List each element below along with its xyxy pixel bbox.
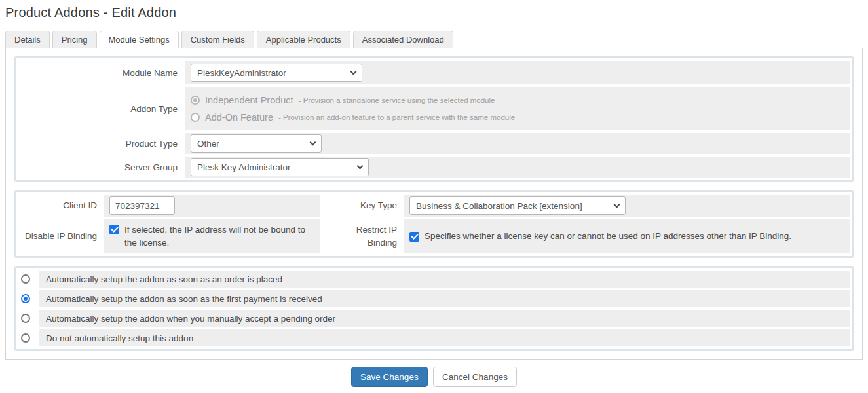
disable-ip-binding-checkbox[interactable]	[109, 225, 119, 234]
setup-option-manual-accept[interactable]: Automatically setup the addon when you m…	[18, 310, 850, 327]
module-config-box: Module Name PleskKeyAdministrator Addon …	[14, 56, 854, 182]
addon-type-option-independent[interactable]: Independent Product - Provision a standa…	[191, 92, 844, 109]
tab-bar: Details Pricing Module Settings Custom F…	[5, 31, 863, 48]
setup-option-order-placed[interactable]: Automatically setup the addon as soon as…	[18, 271, 850, 288]
radio-button-icon[interactable]	[21, 294, 30, 303]
disable-ip-binding-row: Disable IP Binding If selected, the IP a…	[18, 219, 320, 253]
radio-button-icon[interactable]	[21, 314, 30, 323]
save-changes-button[interactable]: Save Changes	[351, 367, 428, 387]
setup-option-first-payment[interactable]: Automatically setup the addon as soon as…	[18, 290, 850, 307]
server-group-value: Plesk Key Administrator	[197, 162, 291, 172]
product-type-value: Other	[197, 139, 219, 149]
chevron-down-icon	[350, 68, 357, 75]
tab-module-settings[interactable]: Module Settings	[100, 31, 179, 48]
key-type-row: Key Type Business & Collaboration Pack […	[326, 195, 850, 217]
restrict-ip-binding-checkbox[interactable]	[409, 232, 419, 242]
setup-option-label: Do not automatically setup this addon	[39, 329, 850, 346]
setup-option-label: Automatically setup the addon when you m…	[39, 310, 850, 327]
setup-option-label: Automatically setup the addon as soon as…	[39, 271, 850, 288]
restrict-ip-binding-row: Restrict IP Binding Specifies whether a …	[326, 219, 850, 253]
radio-button-icon[interactable]	[191, 113, 200, 122]
page-title: Product Addons - Edit Addon	[5, 5, 863, 20]
addon-type-option-addon-feature[interactable]: Add-On Feature - Provision an add-on fea…	[191, 109, 844, 126]
key-type-select[interactable]: Business & Collaboration Pack [extension…	[409, 196, 626, 215]
radio-button-icon[interactable]	[21, 274, 30, 284]
module-settings-panel: Module Name PleskKeyAdministrator Addon …	[5, 48, 863, 360]
server-group-label: Server Group	[18, 157, 185, 178]
product-type-select[interactable]: Other	[191, 134, 322, 153]
client-id-input[interactable]	[109, 196, 175, 215]
radio-button-icon[interactable]	[191, 96, 200, 105]
addon-type-option-title: Add-On Feature	[205, 112, 273, 122]
addon-type-label: Addon Type	[18, 87, 185, 130]
addon-type-option-description: - Provision a standalone service using t…	[299, 96, 495, 104]
auto-setup-options-box: Automatically setup the addon as soon as…	[14, 266, 854, 351]
module-options-box: Client ID Disable IP Binding If selected…	[14, 190, 854, 258]
setup-option-label: Automatically setup the addon as soon as…	[39, 290, 850, 307]
module-name-value: PleskKeyAdministrator	[197, 68, 286, 78]
restrict-ip-binding-description: Specifies whether a license key can or c…	[425, 230, 791, 243]
chevron-down-icon	[614, 201, 620, 208]
disable-ip-binding-label: Disable IP Binding	[18, 219, 104, 253]
key-type-label: Key Type	[326, 195, 404, 217]
tab-applicable-products[interactable]: Applicable Products	[257, 31, 350, 48]
product-type-row: Product Type Other	[18, 133, 850, 154]
server-group-select[interactable]: Plesk Key Administrator	[191, 158, 369, 176]
chevron-down-icon	[357, 162, 364, 169]
addon-type-option-description: - Provision an add-on feature to a paren…	[278, 113, 515, 121]
client-id-row: Client ID	[18, 195, 320, 217]
addon-type-option-title: Independent Product	[205, 95, 293, 105]
tab-details[interactable]: Details	[5, 31, 50, 48]
server-group-row: Server Group Plesk Key Administrator	[18, 157, 850, 178]
restrict-ip-binding-label: Restrict IP Binding	[326, 219, 404, 253]
module-name-select[interactable]: PleskKeyAdministrator	[191, 64, 362, 82]
tab-pricing[interactable]: Pricing	[52, 31, 97, 48]
radio-button-icon[interactable]	[21, 333, 30, 343]
addon-type-row: Addon Type Independent Product - Provisi…	[18, 87, 850, 130]
module-name-row: Module Name PleskKeyAdministrator	[18, 61, 850, 84]
form-actions: Save Changes Cancel Changes	[5, 367, 863, 387]
tab-associated-download[interactable]: Associated Download	[353, 31, 453, 48]
key-type-value: Business & Collaboration Pack [extension…	[416, 201, 582, 211]
chevron-down-icon	[310, 139, 316, 145]
client-id-label: Client ID	[18, 195, 104, 217]
disable-ip-binding-description: If selected, the IP address will not be …	[124, 223, 314, 250]
cancel-changes-button[interactable]: Cancel Changes	[433, 367, 517, 387]
product-type-label: Product Type	[18, 133, 185, 154]
setup-option-no-auto-setup[interactable]: Do not automatically setup this addon	[18, 329, 850, 346]
tab-custom-fields[interactable]: Custom Fields	[181, 31, 254, 48]
module-name-label: Module Name	[18, 61, 185, 84]
